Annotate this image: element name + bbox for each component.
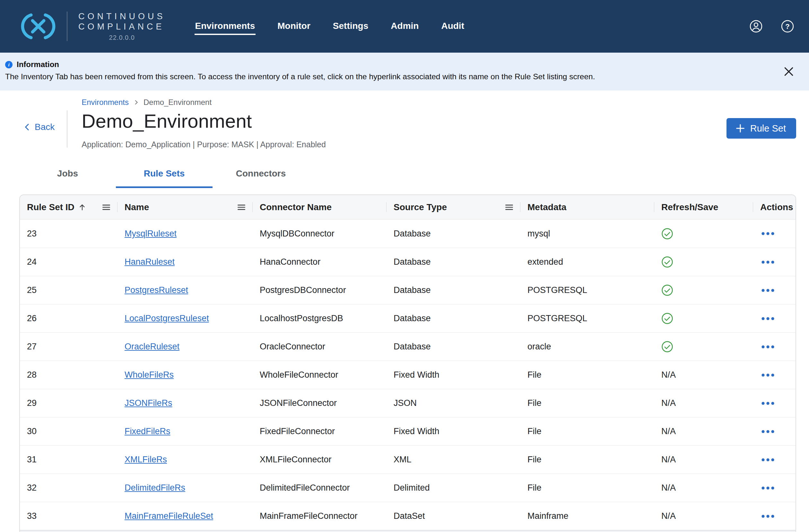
- connector-name-value: PostgresDBConnector: [260, 285, 346, 295]
- chevron-right-icon: [133, 100, 139, 105]
- column-menu-button[interactable]: [101, 202, 111, 212]
- column-label: Name: [124, 202, 149, 212]
- nav-item-admin[interactable]: Admin: [390, 18, 419, 35]
- cell-metadata: File: [520, 398, 654, 408]
- cell-rule-set-id: 27: [20, 342, 118, 352]
- column-header-metadata[interactable]: Metadata: [520, 195, 654, 219]
- brand-line1: CONTINUOUS: [78, 11, 166, 21]
- cell-metadata: File: [520, 426, 654, 437]
- rule-set-name-link[interactable]: PostgresRuleset: [124, 285, 188, 295]
- cell-connector-name: HanaConnector: [253, 257, 386, 267]
- connector-name-value: MysqlDBConnector: [260, 229, 334, 239]
- rule-set-name-link[interactable]: MysqlRuleset: [124, 229, 176, 239]
- banner-title: Information: [17, 60, 59, 69]
- cell-refresh-save: N/A: [654, 483, 753, 493]
- connector-name-value: DelimitedFileConnector: [260, 483, 350, 493]
- account-button[interactable]: [749, 20, 763, 33]
- column-header-refresh-save[interactable]: Refresh/Save: [654, 195, 753, 219]
- svg-text:?: ?: [785, 22, 790, 31]
- rule-set-name-link[interactable]: WholeFileRs: [124, 370, 174, 380]
- cell-name: JSONFileRs: [118, 398, 253, 408]
- banner-title-row: i Information: [5, 58, 774, 71]
- cell-name: MainFrameFileRuleSet: [118, 511, 253, 521]
- source-type-value: Database: [394, 342, 431, 352]
- cell-refresh-save: saved: [654, 341, 753, 353]
- connector-name-value: JSONFileConnector: [260, 398, 337, 408]
- rule-set-name-link[interactable]: XMLFileRs: [124, 455, 167, 465]
- column-header-connector-name[interactable]: Connector Name: [253, 195, 386, 219]
- chevron-left-icon: [23, 123, 32, 131]
- more-actions-button[interactable]: [760, 512, 776, 520]
- cell-rule-set-id: 25: [20, 285, 118, 295]
- rule-set-name-link[interactable]: OracleRuleset: [124, 342, 179, 352]
- column-header-name[interactable]: Name: [118, 195, 253, 219]
- breadcrumb-environments[interactable]: Environments: [82, 98, 129, 107]
- header-divider: [67, 110, 67, 147]
- more-actions-button[interactable]: [760, 428, 776, 436]
- metadata-value: File: [528, 483, 541, 493]
- cell-refresh-save: N/A: [654, 511, 753, 521]
- delphix-logo-icon: [19, 11, 57, 42]
- rule-set-name-link[interactable]: DelimitedFileRs: [124, 483, 185, 493]
- cell-connector-name: MainFrameFileConnector: [253, 511, 386, 521]
- cell-rule-set-id: 31: [20, 455, 118, 465]
- table-footer: [20, 530, 795, 532]
- metadata-value: Mainframe: [528, 511, 569, 521]
- nav-item-environments[interactable]: Environments: [194, 18, 256, 35]
- source-type-value: Database: [394, 285, 431, 295]
- banner-close-button[interactable]: [782, 65, 795, 78]
- table-row: 26 LocalPostgresRuleset LocalhostPostgre…: [20, 304, 795, 333]
- cell-actions: [753, 428, 795, 436]
- metadata-value: POSTGRESQL: [528, 285, 587, 295]
- column-menu-button[interactable]: [237, 202, 246, 212]
- metadata-value: mysql: [528, 229, 550, 239]
- column-header-source-type[interactable]: Source Type: [386, 195, 520, 219]
- rule-set-name-link[interactable]: FixedFileRs: [124, 426, 171, 437]
- rule-set-name-link[interactable]: JSONFileRs: [124, 398, 172, 408]
- rule-set-name-link[interactable]: HanaRuleset: [124, 257, 175, 267]
- rule-set-id-value: 33: [27, 511, 37, 521]
- more-actions-button[interactable]: [760, 456, 776, 464]
- cell-actions: [753, 230, 795, 237]
- cell-refresh-save: N/A: [654, 370, 753, 380]
- page-header-text: Environments Demo_Environment Demo_Envir…: [82, 90, 326, 149]
- more-actions-button[interactable]: [760, 286, 776, 294]
- column-header-rule-set-id[interactable]: Rule Set ID: [20, 195, 118, 219]
- more-actions-button[interactable]: [760, 400, 776, 407]
- add-rule-set-button[interactable]: Rule Set: [726, 118, 796, 139]
- source-type-value: Database: [394, 229, 431, 239]
- source-type-value: Database: [394, 314, 431, 323]
- rule-set-id-value: 32: [27, 483, 37, 493]
- more-actions-button[interactable]: [760, 343, 776, 351]
- refresh-save-value: N/A: [661, 370, 676, 380]
- ellipsis-icon: [761, 402, 774, 405]
- sort-ascending-icon[interactable]: [78, 203, 87, 212]
- back-button[interactable]: Back: [23, 122, 55, 132]
- column-menu-button[interactable]: [504, 202, 514, 212]
- refresh-save-value: N/A: [661, 511, 676, 521]
- more-actions-button[interactable]: [760, 371, 776, 379]
- ellipsis-icon: [761, 430, 774, 433]
- nav-item-settings[interactable]: Settings: [332, 18, 369, 35]
- brand-line2: COMPLIANCE: [78, 21, 166, 32]
- more-actions-button[interactable]: [760, 484, 776, 492]
- nav-item-audit[interactable]: Audit: [441, 18, 465, 35]
- table-row: 25 PostgresRuleset PostgresDBConnector D…: [20, 276, 795, 304]
- more-actions-button[interactable]: [760, 258, 776, 266]
- rule-set-name-link[interactable]: MainFrameFileRuleSet: [124, 511, 213, 521]
- rule-set-id-value: 30: [27, 426, 37, 437]
- rule-set-name-link[interactable]: LocalPostgresRuleset: [124, 314, 209, 323]
- tab-connectors[interactable]: Connectors: [212, 162, 309, 188]
- more-actions-button[interactable]: [760, 315, 776, 322]
- tab-bar: Jobs Rule Sets Connectors: [19, 162, 809, 188]
- column-header-actions: Actions: [753, 195, 796, 219]
- more-actions-button[interactable]: [760, 230, 776, 237]
- cell-name: WholeFileRs: [118, 370, 253, 380]
- source-type-value: XML: [394, 455, 412, 465]
- tab-rule-sets[interactable]: Rule Sets: [116, 162, 212, 188]
- help-button[interactable]: ?: [781, 20, 794, 33]
- nav-item-monitor[interactable]: Monitor: [277, 18, 311, 35]
- cell-source-type: Database: [386, 314, 520, 323]
- metadata-value: File: [528, 370, 541, 380]
- tab-jobs[interactable]: Jobs: [19, 162, 116, 188]
